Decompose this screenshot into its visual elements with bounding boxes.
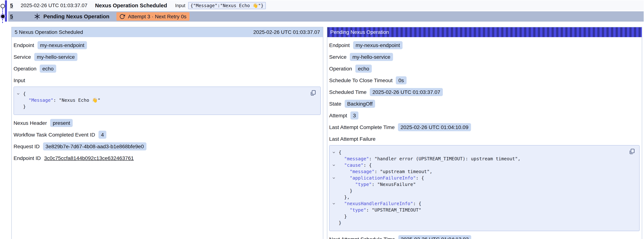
code-line: { — [331, 149, 624, 156]
json-key: "type" — [355, 181, 372, 188]
field-label: Input — [14, 78, 25, 84]
code-line: } — [16, 104, 306, 110]
timeline-dashed-line — [2, 19, 3, 23]
code-indent — [339, 188, 350, 194]
event-title: Nexus Operation Scheduled — [95, 2, 167, 8]
code-line: } — [331, 213, 624, 220]
pending-operation-panel: Pending Nexus Operation Endpointmy-nexus… — [327, 27, 642, 239]
json-key: "message" — [344, 156, 369, 162]
field-label: Scheduled Time — [329, 89, 366, 95]
field-row-service: Servicemy-hello-service — [14, 51, 321, 63]
field-value-badge: my-hello-service — [34, 53, 77, 61]
code-indent — [339, 162, 344, 168]
field-row-operation: Operationecho — [329, 63, 640, 74]
code-indent — [339, 213, 344, 220]
json-key: "applicationFailureInfo" — [350, 175, 416, 181]
event-time: 2025-02-26 UTC 01:03:37.07 — [21, 2, 87, 8]
field-row-last-attempt-failure: Last Attempt Failure — [329, 133, 640, 145]
event-id-link[interactable]: 5 — [10, 2, 16, 8]
json-key: "type" — [350, 207, 366, 213]
scheduled-panel-body: Endpointmy-nexus-endpointServicemy-hello… — [12, 37, 323, 164]
event-row-pending-nexus-operation[interactable]: 5 Pending Nexus Operation Attempt 3 · Ne… — [8, 11, 644, 22]
code-indent — [339, 194, 344, 200]
field-label: Service — [14, 54, 31, 60]
retry-badge-label: Attempt 3 · Next Retry 0s — [128, 14, 186, 20]
scheduled-panel-header: 5 Nexus Operation Scheduled 2025-02-26 U… — [12, 27, 323, 37]
code-line: "type": "UPSTREAM_TIMEOUT" — [331, 207, 624, 213]
collapse-chevron-icon[interactable] — [331, 150, 339, 154]
field-value-badge: 2025-02-26 UTC 01:04:13.93 — [398, 235, 472, 239]
json-key: "message" — [350, 168, 374, 175]
json-text: : { — [413, 200, 421, 207]
field-label: Endpoint — [329, 42, 350, 48]
event-detail-panel-scheduled: 5 Nexus Operation Scheduled 2025-02-26 U… — [11, 27, 323, 239]
code-indent — [23, 97, 28, 104]
copy-button[interactable] — [629, 148, 635, 155]
field-row-scheduled-time: Scheduled Time2025-02-26 UTC 01:03:37.07 — [329, 86, 640, 98]
field-label: Operation — [14, 66, 36, 72]
json-text: { — [339, 149, 342, 156]
field-label: Next Attempt Schedule Time — [329, 236, 395, 239]
json-text: : { — [363, 162, 372, 168]
timeline-accent-bar — [5, 0, 7, 22]
code-line: "Message": "Nexus Echo 👋" — [16, 97, 306, 104]
copy-button[interactable] — [310, 90, 316, 96]
field-value-badge: 2025-02-26 UTC 01:03:37.07 — [370, 88, 443, 96]
code-line: "cause": { — [331, 162, 624, 168]
collapse-chevron-icon[interactable] — [331, 202, 339, 205]
field-value-badge: 2025-02-26 UTC 01:04:10.09 — [398, 123, 471, 131]
json-text: : "upstream timeout", — [374, 168, 432, 175]
json-text: } — [339, 220, 342, 226]
json-text: } — [344, 213, 347, 220]
field-row-endpoint: Endpointmy-nexus-endpoint — [329, 39, 640, 51]
code-line: "nexusHandlerFailureInfo": { — [331, 200, 624, 207]
field-row-service: Servicemy-hello-service — [329, 51, 640, 63]
field-value-badge: my-hello-service — [350, 53, 393, 61]
input-label: Input — [175, 3, 186, 8]
timeline-node-pending-icon — [1, 15, 4, 18]
input-preview-badge[interactable]: {"Message":"Nexus Echo 👋"} — [188, 2, 266, 9]
field-row-request-id: Request ID3e829b7e-7d67-4b08-aad3-b1e868… — [14, 140, 321, 152]
event-title: Pending Nexus Operation — [44, 13, 110, 20]
field-row-endpoint: Endpointmy-nexus-endpoint — [14, 39, 321, 51]
event-id-link[interactable]: 5 — [10, 14, 16, 20]
collapse-chevron-icon[interactable] — [331, 164, 339, 167]
pending-panel-body: Endpointmy-nexus-endpointServicemy-hello… — [327, 37, 642, 239]
code-indent — [339, 156, 344, 162]
field-label: Request ID — [14, 144, 40, 150]
field-value-badge: 0s — [396, 76, 406, 84]
field-row-input: Input — [14, 74, 321, 86]
json-text: { — [23, 90, 26, 97]
endpoint-id-link[interactable]: 3c0c75ccfa8144b092c13ce632463761 — [44, 155, 134, 161]
field-value-badge: BackingOff — [345, 100, 375, 108]
last-attempt-failure-code-block: { "message": "handler error (UPSTREAM_TI… — [329, 145, 640, 231]
json-key: "nexusHandlerFailureInfo" — [344, 200, 413, 207]
retry-icon — [119, 14, 125, 20]
field-row-state: StateBackingOff — [329, 98, 640, 110]
json-text: : "NexusFailure" — [372, 181, 416, 188]
field-row-schedule-to-close-timeout: Schedule To Close Timeout0s — [329, 74, 640, 86]
field-label: Endpoint — [14, 42, 34, 48]
collapse-chevron-icon[interactable] — [331, 176, 339, 180]
json-text: : "Nexus Echo 👋" — [54, 97, 100, 104]
code-line: "message": "upstream timeout", — [331, 168, 624, 175]
field-value-badge: present — [50, 119, 73, 127]
code-line: "message": "handler error (UPSTREAM_TIME… — [331, 156, 624, 162]
code-line: { — [16, 90, 306, 97]
json-text: }, — [344, 194, 350, 200]
field-label: Operation — [329, 66, 352, 72]
field-row-nexus-header: Nexus Headerpresent — [14, 117, 321, 129]
code-line: } — [331, 188, 624, 194]
json-text: : { — [416, 175, 424, 181]
code-indent — [339, 168, 350, 175]
input-code-block: { "Message": "Nexus Echo 👋"} — [14, 86, 321, 115]
field-row-workflow-task-completed-event-id: Workflow Task Completed Event ID4 — [14, 129, 321, 140]
collapse-chevron-icon[interactable] — [16, 92, 23, 96]
field-value-badge: 3e829b7e-7d67-4b08-aad3-b1e868bfe9e0 — [43, 142, 146, 150]
pending-spinner-icon — [34, 13, 40, 20]
field-label: Last Attempt Complete Time — [329, 124, 395, 130]
field-value-badge: 4 — [98, 131, 106, 139]
event-row-nexus-operation-scheduled[interactable]: 5 2025-02-26 UTC 01:03:37.07 Nexus Opera… — [8, 0, 644, 10]
json-key: "cause" — [344, 162, 363, 168]
field-value-badge: echo — [40, 64, 56, 73]
